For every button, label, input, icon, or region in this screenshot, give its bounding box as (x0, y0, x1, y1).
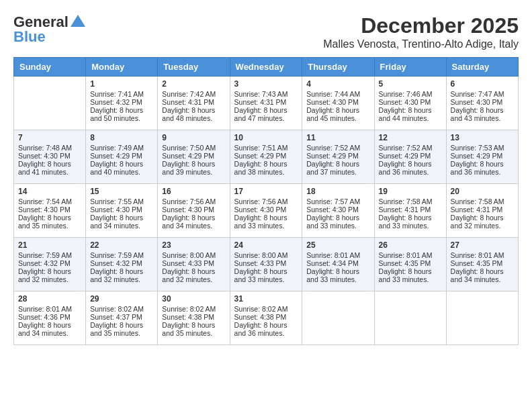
day-number: 10 (234, 133, 298, 142)
calendar-cell (302, 291, 374, 345)
sunset-text: Sunset: 4:36 PM (18, 313, 81, 321)
calendar-cell: 13Sunrise: 7:53 AMSunset: 4:29 PMDayligh… (446, 130, 518, 184)
daylight-text: Daylight: 8 hours and 32 minutes. (451, 214, 514, 230)
calendar-cell: 26Sunrise: 8:01 AMSunset: 4:35 PMDayligh… (374, 238, 446, 291)
weekday-header: Sunday (14, 58, 86, 77)
sunrise-text: Sunrise: 8:01 AM (379, 251, 442, 259)
daylight-text: Daylight: 8 hours and 32 minutes. (18, 267, 81, 283)
calendar-cell: 17Sunrise: 7:56 AMSunset: 4:30 PMDayligh… (230, 184, 302, 238)
day-number: 16 (162, 187, 225, 196)
sunrise-text: Sunrise: 8:01 AM (306, 251, 369, 259)
weekday-header: Tuesday (158, 58, 230, 77)
day-number: 9 (162, 133, 225, 142)
daylight-text: Daylight: 8 hours and 33 minutes. (379, 267, 442, 283)
sunrise-text: Sunrise: 8:01 AM (18, 305, 81, 313)
calendar-cell: 28Sunrise: 8:01 AMSunset: 4:36 PMDayligh… (14, 291, 86, 345)
calendar-week-row: 1Sunrise: 7:41 AMSunset: 4:32 PMDaylight… (14, 77, 519, 130)
day-number: 26 (379, 240, 442, 250)
calendar-cell: 23Sunrise: 8:00 AMSunset: 4:33 PMDayligh… (158, 238, 230, 291)
calendar-week-row: 28Sunrise: 8:01 AMSunset: 4:36 PMDayligh… (14, 291, 519, 345)
calendar-week-row: 7Sunrise: 7:48 AMSunset: 4:30 PMDaylight… (14, 130, 519, 184)
sunrise-text: Sunrise: 7:51 AM (234, 144, 298, 152)
sunrise-text: Sunrise: 7:56 AM (234, 197, 298, 205)
sunset-text: Sunset: 4:30 PM (90, 205, 153, 214)
day-number: 7 (18, 133, 81, 142)
weekday-header: Monday (86, 58, 158, 77)
sunrise-text: Sunrise: 7:55 AM (90, 197, 153, 205)
day-number: 31 (234, 294, 298, 304)
calendar-cell: 14Sunrise: 7:54 AMSunset: 4:30 PMDayligh… (14, 184, 86, 238)
daylight-text: Daylight: 8 hours and 35 minutes. (18, 214, 81, 230)
sunset-text: Sunset: 4:32 PM (90, 259, 153, 267)
daylight-text: Daylight: 8 hours and 32 minutes. (90, 267, 153, 283)
sunset-text: Sunset: 4:29 PM (451, 152, 514, 160)
sunrise-text: Sunrise: 8:00 AM (234, 251, 298, 259)
calendar-cell: 21Sunrise: 7:59 AMSunset: 4:32 PMDayligh… (14, 238, 86, 291)
calendar-cell: 2Sunrise: 7:42 AMSunset: 4:31 PMDaylight… (158, 77, 230, 130)
day-number: 11 (306, 133, 369, 142)
day-number: 3 (234, 79, 298, 89)
calendar-cell: 3Sunrise: 7:43 AMSunset: 4:31 PMDaylight… (230, 77, 302, 130)
day-number: 5 (379, 79, 442, 89)
sunrise-text: Sunrise: 7:59 AM (90, 251, 153, 259)
sunrise-text: Sunrise: 7:43 AM (234, 90, 298, 98)
daylight-text: Daylight: 8 hours and 45 minutes. (306, 106, 369, 122)
sunset-text: Sunset: 4:34 PM (306, 259, 369, 267)
calendar-cell: 9Sunrise: 7:50 AMSunset: 4:29 PMDaylight… (158, 130, 230, 184)
daylight-text: Daylight: 8 hours and 33 minutes. (306, 267, 369, 283)
sunrise-text: Sunrise: 7:58 AM (451, 197, 514, 205)
sunset-text: Sunset: 4:31 PM (379, 205, 442, 214)
sunset-text: Sunset: 4:29 PM (90, 152, 153, 160)
daylight-text: Daylight: 8 hours and 34 minutes. (451, 267, 514, 283)
sunset-text: Sunset: 4:33 PM (234, 259, 298, 267)
day-number: 6 (451, 79, 514, 89)
calendar-cell: 5Sunrise: 7:46 AMSunset: 4:30 PMDaylight… (374, 77, 446, 130)
sunrise-text: Sunrise: 7:47 AM (451, 90, 514, 98)
calendar-cell: 10Sunrise: 7:51 AMSunset: 4:29 PMDayligh… (230, 130, 302, 184)
calendar-cell: 16Sunrise: 7:56 AMSunset: 4:30 PMDayligh… (158, 184, 230, 238)
weekday-header: Friday (374, 58, 446, 77)
calendar-cell: 8Sunrise: 7:49 AMSunset: 4:29 PMDaylight… (86, 130, 158, 184)
day-number: 8 (90, 133, 153, 142)
sunset-text: Sunset: 4:29 PM (379, 152, 442, 160)
daylight-text: Daylight: 8 hours and 33 minutes. (379, 214, 442, 230)
sunrise-text: Sunrise: 7:41 AM (90, 90, 153, 98)
daylight-text: Daylight: 8 hours and 47 minutes. (234, 106, 298, 122)
day-number: 20 (451, 187, 514, 196)
sunrise-text: Sunrise: 7:52 AM (379, 144, 442, 152)
sunrise-text: Sunrise: 7:53 AM (451, 144, 514, 152)
logo: General Blue (13, 13, 87, 46)
weekday-header: Saturday (446, 58, 518, 77)
calendar-cell: 18Sunrise: 7:57 AMSunset: 4:30 PMDayligh… (302, 184, 374, 238)
sunset-text: Sunset: 4:35 PM (451, 259, 514, 267)
sunrise-text: Sunrise: 7:50 AM (162, 144, 225, 152)
day-number: 23 (162, 240, 225, 250)
calendar-cell: 15Sunrise: 7:55 AMSunset: 4:30 PMDayligh… (86, 184, 158, 238)
day-number: 12 (379, 133, 442, 142)
sunrise-text: Sunrise: 8:02 AM (162, 305, 225, 313)
sunset-text: Sunset: 4:29 PM (234, 152, 298, 160)
sunset-text: Sunset: 4:32 PM (18, 259, 81, 267)
sunrise-text: Sunrise: 8:01 AM (451, 251, 514, 259)
sunset-text: Sunset: 4:32 PM (90, 98, 153, 106)
daylight-text: Daylight: 8 hours and 36 minutes. (379, 160, 442, 176)
calendar-cell: 30Sunrise: 8:02 AMSunset: 4:38 PMDayligh… (158, 291, 230, 345)
daylight-text: Daylight: 8 hours and 33 minutes. (234, 214, 298, 230)
calendar-body: 1Sunrise: 7:41 AMSunset: 4:32 PMDaylight… (14, 77, 519, 345)
sunset-text: Sunset: 4:31 PM (234, 98, 298, 106)
sunset-text: Sunset: 4:30 PM (18, 152, 81, 160)
daylight-text: Daylight: 8 hours and 37 minutes. (306, 160, 369, 176)
sunrise-text: Sunrise: 8:02 AM (234, 305, 298, 313)
day-number: 1 (90, 79, 153, 89)
calendar-cell: 19Sunrise: 7:58 AMSunset: 4:31 PMDayligh… (374, 184, 446, 238)
day-number: 18 (306, 187, 369, 196)
sunrise-text: Sunrise: 7:42 AM (162, 90, 225, 98)
sunset-text: Sunset: 4:30 PM (451, 98, 514, 106)
calendar-header-row: SundayMondayTuesdayWednesdayThursdayFrid… (14, 58, 519, 77)
daylight-text: Daylight: 8 hours and 41 minutes. (18, 160, 81, 176)
calendar-table: SundayMondayTuesdayWednesdayThursdayFrid… (13, 57, 519, 345)
sunrise-text: Sunrise: 8:00 AM (162, 251, 225, 259)
sunrise-text: Sunrise: 7:49 AM (90, 144, 153, 152)
daylight-text: Daylight: 8 hours and 44 minutes. (379, 106, 442, 122)
calendar-cell (374, 291, 446, 345)
